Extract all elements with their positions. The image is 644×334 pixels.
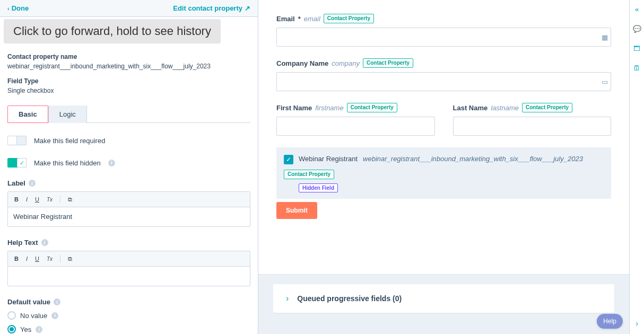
collapse-rail-icon[interactable]: «	[635, 5, 639, 13]
radio-no-value[interactable]	[7, 311, 16, 320]
label-field-label: Label	[7, 179, 25, 187]
contact-property-tag: Contact Property	[324, 14, 374, 23]
contact-property-tag: Contact Property	[284, 170, 334, 179]
done-button[interactable]: ‹ Done	[7, 4, 29, 12]
last-name-input[interactable]	[453, 117, 612, 136]
company-input[interactable]	[276, 72, 611, 91]
hidden-toggle[interactable]: ✓	[7, 158, 27, 168]
progressive-fields-title: Queued progressive fields (0)	[297, 294, 402, 303]
property-name-value: webinar_registrant___inbound_marketing_w…	[7, 63, 250, 70]
field-type-value: Single checkbox	[7, 87, 250, 94]
bold-button[interactable]: B	[14, 256, 19, 262]
info-icon[interactable]: i	[108, 160, 115, 166]
chevron-right-icon: ›	[286, 294, 289, 303]
hidden-toggle-label: Make this field hidden	[34, 159, 101, 167]
bold-button[interactable]: B	[14, 196, 19, 203]
info-icon[interactable]: i	[51, 312, 58, 319]
right-rail: « 💬 🗔 🗓 ›	[629, 0, 644, 334]
left-panel-header: ‹ Done Edit contact property ↗	[0, 0, 258, 17]
check-icon: ✓	[17, 158, 27, 168]
done-label: Done	[12, 4, 29, 12]
radio-yes-label: Yes	[20, 326, 31, 333]
required-asterisk: *	[298, 15, 301, 23]
default-value-label: Default value	[7, 298, 50, 306]
email-label: Email	[276, 15, 295, 23]
webinar-checkbox[interactable]: ✓	[284, 155, 293, 164]
underline-button[interactable]: U	[35, 196, 39, 203]
submit-button[interactable]: Submit	[276, 202, 317, 219]
company-label: Company Name	[276, 59, 328, 67]
progressive-fields-card[interactable]: › Queued progressive fields (0)	[273, 284, 614, 313]
info-icon[interactable]: i	[36, 326, 42, 333]
chevron-left-icon: ‹	[7, 5, 10, 12]
webinar-registrant-field[interactable]: ✓ Webinar Registrant webinar_registrant_…	[276, 147, 611, 199]
link-button[interactable]: ⧉	[68, 196, 72, 203]
first-name-label: First Name	[276, 104, 312, 112]
toolbar-divider	[60, 196, 60, 203]
email-internal-name: email	[304, 15, 320, 23]
radio-no-value-label: No value	[20, 312, 47, 320]
required-toggle-label: Make this field required	[34, 137, 105, 145]
label-editor: B I U Tx ⧉ Webinar Registrant	[7, 191, 250, 227]
chevron-right-icon[interactable]: ›	[636, 319, 638, 328]
hidden-field-tag: Hidden Field	[299, 183, 338, 192]
webinar-internal-name: webinar_registrant___inbound_marketing_w…	[363, 155, 583, 163]
settings-tabs: Basic Logic	[7, 105, 250, 123]
first-name-input[interactable]	[276, 117, 435, 136]
edit-link-label: Edit contact property	[173, 4, 242, 12]
rte-toolbar: B I U Tx ⧉	[8, 251, 250, 267]
tab-basic[interactable]: Basic	[7, 106, 48, 123]
field-type-label: Field Type	[7, 77, 250, 85]
clear-format-button[interactable]: Tx	[47, 256, 53, 262]
radio-yes[interactable]	[7, 325, 16, 333]
required-toggle[interactable]	[7, 136, 27, 145]
last-name-internal: lastname	[491, 104, 519, 112]
label-editor-content[interactable]: Webinar Registrant	[8, 207, 250, 226]
help-text-editor-content[interactable]	[8, 267, 250, 286]
help-button[interactable]: Help	[597, 314, 623, 329]
external-link-icon: ↗	[245, 4, 250, 12]
webinar-label: Webinar Registrant	[299, 155, 358, 163]
info-icon[interactable]: i	[41, 239, 48, 246]
underline-button[interactable]: U	[35, 256, 39, 262]
contact-card-icon[interactable]: ▦	[602, 33, 608, 41]
card-icon[interactable]: ▭	[602, 78, 608, 86]
last-name-label: Last Name	[453, 104, 488, 112]
rte-toolbar: B I U Tx ⧉	[8, 192, 250, 207]
property-name-label: Contact property name	[7, 53, 250, 60]
help-text-editor: B I U Tx ⧉	[7, 251, 250, 286]
contact-property-tag: Contact Property	[522, 103, 572, 112]
toolbar-divider	[60, 255, 60, 262]
italic-button[interactable]: I	[26, 256, 28, 262]
rail-calendar-icon[interactable]: 🗓	[633, 64, 640, 72]
rail-chat-icon[interactable]: 💬	[633, 25, 641, 33]
italic-button[interactable]: I	[26, 196, 28, 203]
clear-format-button[interactable]: Tx	[47, 197, 53, 203]
info-icon[interactable]: i	[54, 298, 60, 305]
email-input[interactable]	[276, 28, 611, 47]
contact-property-tag: Contact Property	[347, 103, 397, 112]
first-name-internal: firstname	[315, 104, 343, 112]
contact-property-tag: Contact Property	[363, 58, 413, 68]
edit-contact-property-link[interactable]: Edit contact property ↗	[173, 4, 250, 12]
tab-logic[interactable]: Logic	[48, 106, 87, 123]
link-button[interactable]: ⧉	[68, 256, 72, 262]
help-text-label: Help Text	[7, 239, 38, 247]
rail-window-icon[interactable]: 🗔	[633, 45, 640, 52]
info-icon[interactable]: i	[29, 180, 36, 187]
company-internal-name: company	[332, 59, 360, 67]
